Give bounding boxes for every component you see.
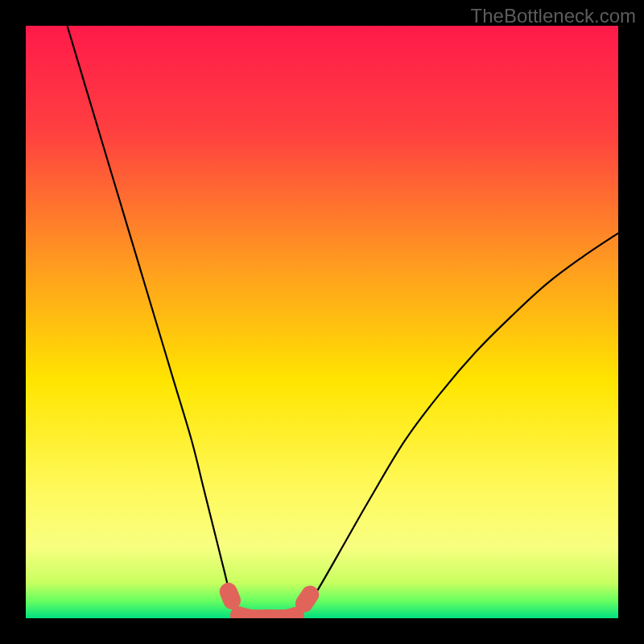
plot-svg — [26, 26, 618, 618]
chart-frame: TheBottleneck.com — [0, 0, 644, 644]
gradient-background — [26, 26, 618, 618]
watermark-text: TheBottleneck.com — [471, 5, 636, 27]
series-flat-bottom-band — [239, 615, 295, 618]
plot-area — [26, 26, 618, 618]
series-flat-bottom-band-left-dot — [229, 592, 232, 601]
series-flat-bottom-band-right-dot — [304, 595, 310, 604]
